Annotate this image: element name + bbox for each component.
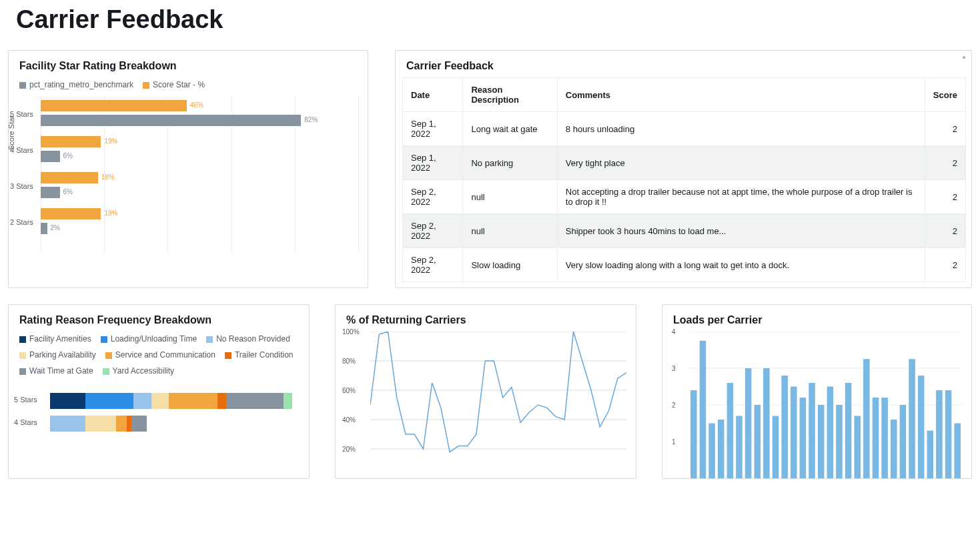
legend-label: Parking Availability — [29, 350, 96, 360]
cell-reason: Long wait at gate — [463, 112, 557, 146]
load-bar[interactable] — [708, 424, 715, 479]
load-bar[interactable] — [900, 405, 907, 478]
segment-facility-amenities[interactable] — [50, 393, 85, 409]
legend-label: Wait Time at Gate — [29, 366, 93, 376]
segment-service-and-communication[interactable] — [116, 416, 127, 432]
load-bar[interactable] — [818, 405, 825, 478]
cell-score: 2 — [925, 180, 965, 214]
col-date[interactable]: Date — [403, 78, 463, 112]
col-comments[interactable]: Comments — [557, 78, 925, 112]
load-bar[interactable] — [773, 416, 779, 479]
cell-date: Sep 2, 2022 — [403, 180, 463, 214]
reason-legend: Facility AmenitiesLoading/Unloading Time… — [9, 332, 309, 382]
page-title: Carrier Feedback — [16, 5, 972, 34]
load-bar[interactable] — [736, 416, 743, 479]
load-bar[interactable] — [909, 359, 915, 478]
cell-date: Sep 1, 2022 — [403, 146, 463, 180]
bar-value: 19% — [104, 137, 117, 145]
reason-chart: 5 Stars4 Stars — [9, 382, 309, 446]
bar-pct-rating-metro-benchmark[interactable]: 2% — [41, 223, 47, 234]
load-bar[interactable] — [954, 424, 961, 479]
legend-swatch — [225, 352, 231, 359]
load-bar[interactable] — [881, 398, 888, 478]
load-bar[interactable] — [854, 416, 861, 479]
load-bar[interactable] — [918, 376, 925, 478]
load-bar[interactable] — [690, 390, 697, 478]
feedback-panel: ● Carrier Feedback Date Reason Descripti… — [395, 50, 972, 288]
col-score[interactable]: Score — [925, 78, 965, 112]
segment-trailer-condition[interactable] — [217, 393, 226, 409]
load-bar[interactable] — [791, 387, 797, 479]
load-bar[interactable] — [936, 390, 943, 478]
segment-wait-time-at-gate[interactable] — [226, 393, 284, 409]
category-label: 5 Stars — [10, 110, 33, 118]
load-bar[interactable] — [891, 420, 897, 478]
legend-label: Facility Amenities — [29, 334, 91, 344]
returning-title: % of Returning Carriers — [336, 305, 636, 332]
table-row[interactable]: Sep 2, 2022nullShipper took 3 hours 40mi… — [403, 214, 966, 248]
load-bar[interactable] — [873, 398, 879, 478]
load-bar[interactable] — [945, 390, 952, 478]
panel-menu-icon[interactable]: ● — [957, 51, 971, 63]
legend-item: Score Star - % — [143, 80, 205, 89]
load-bar[interactable] — [727, 383, 734, 478]
legend-item: Service and Communication — [105, 350, 215, 360]
legend-label: Trailer Condition — [235, 350, 294, 360]
load-bar[interactable] — [836, 405, 843, 478]
load-bar[interactable] — [863, 359, 870, 478]
bar-pct-rating-metro-benchmark[interactable]: 82% — [41, 115, 301, 126]
category-label: 2 Stars — [10, 218, 33, 226]
load-bar[interactable] — [809, 383, 815, 478]
y-axis-label: Score Star — [7, 115, 15, 150]
bar-score-star-[interactable]: 46% — [41, 100, 187, 111]
segment-parking-availability[interactable] — [151, 393, 169, 409]
cell-comments: Very tight place — [557, 146, 925, 180]
segment-loading-unloading-time[interactable] — [85, 393, 134, 409]
bar-pct-rating-metro-benchmark[interactable]: 6% — [41, 151, 60, 162]
segment-service-and-communication[interactable] — [169, 393, 217, 409]
legend-swatch — [206, 336, 213, 343]
load-bar[interactable] — [827, 387, 834, 479]
cell-score: 2 — [925, 146, 965, 180]
bar-score-star-[interactable]: 19% — [41, 136, 101, 147]
segment-no-reason-provided[interactable] — [50, 416, 85, 432]
legend-swatch — [19, 368, 26, 375]
returning-series[interactable] — [370, 332, 626, 452]
legend-item: No Reason Provided — [206, 334, 290, 344]
segment-yard-accessibility[interactable] — [284, 393, 292, 409]
segment-parking-availability[interactable] — [85, 416, 116, 432]
load-bar[interactable] — [781, 376, 788, 478]
load-bar[interactable] — [745, 368, 752, 478]
bar-value: 6% — [63, 188, 73, 195]
segment-wait-time-at-gate[interactable] — [131, 416, 147, 432]
legend-swatch — [101, 336, 107, 343]
load-bar[interactable] — [754, 405, 761, 478]
bar-value: 6% — [63, 152, 73, 159]
legend-label: pct_rating_metro_benchmark — [29, 80, 133, 89]
y-tick: 80% — [342, 358, 356, 365]
y-tick: 2 — [672, 402, 676, 409]
bar-score-star-[interactable]: 18% — [41, 172, 98, 183]
cell-comments: Shipper took 3 hours 40mins to load me..… — [557, 214, 925, 248]
loads-panel: Loads per Carrier 1234 — [662, 304, 972, 479]
table-row[interactable]: Sep 1, 2022No parkingVery tight place2 — [403, 146, 966, 180]
y-tick: 3 — [672, 365, 676, 372]
col-reason[interactable]: Reason Description — [463, 78, 557, 112]
load-bar[interactable] — [845, 383, 852, 478]
segment-trailer-condition[interactable] — [127, 416, 131, 432]
segment-no-reason-provided[interactable] — [133, 393, 151, 409]
load-bar[interactable] — [763, 368, 770, 478]
legend-label: Score Star - % — [153, 80, 205, 89]
load-bar[interactable] — [800, 398, 807, 478]
load-bar[interactable] — [718, 420, 724, 478]
load-bar[interactable] — [927, 431, 934, 479]
table-row[interactable]: Sep 2, 2022nullNot accepting a drop trai… — [403, 180, 966, 214]
table-row[interactable]: Sep 2, 2022Slow loadingVery slow loading… — [403, 248, 966, 282]
bar-score-star-[interactable]: 19% — [41, 208, 101, 219]
cell-score: 2 — [925, 214, 965, 248]
bar-value: 82% — [304, 116, 318, 123]
reason-title: Rating Reason Frequency Breakdown — [9, 305, 309, 332]
load-bar[interactable] — [700, 341, 706, 478]
table-row[interactable]: Sep 1, 2022Long wait at gate8 hours unlo… — [403, 112, 966, 146]
bar-pct-rating-metro-benchmark[interactable]: 6% — [41, 187, 60, 198]
